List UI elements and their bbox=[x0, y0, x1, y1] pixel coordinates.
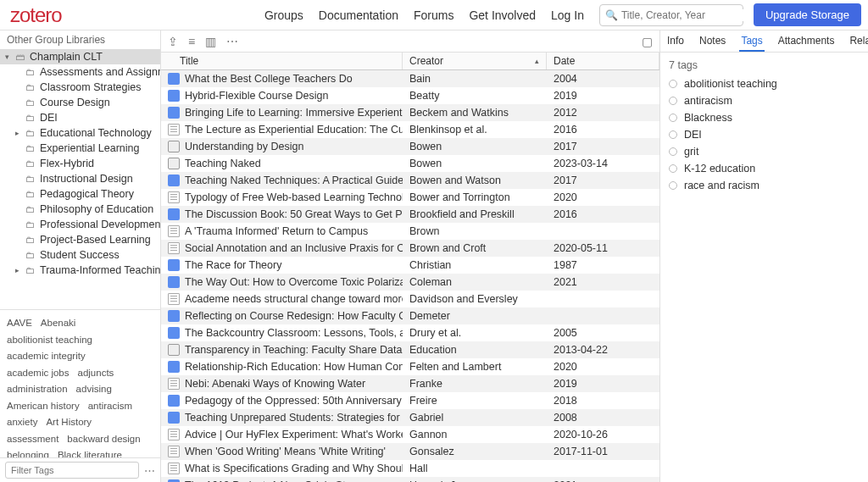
right-panel: InfoNotesTagsAttachmentsRelated 7 tags a… bbox=[660, 30, 868, 482]
tag-pool-item[interactable]: Black literature bbox=[58, 447, 122, 457]
column-title[interactable]: Title bbox=[161, 53, 403, 69]
topnav-link[interactable]: Log In bbox=[551, 8, 584, 22]
tag-pool-item[interactable]: anxiety bbox=[7, 414, 37, 431]
table-row[interactable]: The Backcountry Classroom: Lessons, Tool… bbox=[161, 324, 659, 341]
tag-pool-item[interactable]: antiracism bbox=[88, 398, 132, 415]
columns-icon[interactable]: ▥ bbox=[205, 35, 216, 48]
collection-item[interactable]: 🗀Flex-Hybrid bbox=[10, 156, 160, 171]
collection-item[interactable]: 🗀Classroom Strategies bbox=[10, 80, 160, 95]
tag-menu-icon[interactable]: ⋯ bbox=[144, 464, 155, 477]
chevron-right-icon[interactable]: ▸ bbox=[15, 266, 23, 274]
library-root[interactable]: ▾ 🗃 Champlain CLT bbox=[0, 49, 160, 64]
table-row[interactable]: Bringing Life to Learning: Immersive Exp… bbox=[161, 104, 659, 121]
item-tag[interactable]: grit bbox=[669, 146, 860, 158]
chevron-right-icon[interactable]: ▸ bbox=[15, 129, 23, 137]
column-date[interactable]: Date bbox=[547, 53, 659, 69]
collection-item[interactable]: 🗀Course Design bbox=[10, 95, 160, 110]
more-icon[interactable]: ⋯ bbox=[226, 35, 238, 48]
item-tag[interactable]: race and racism bbox=[669, 180, 860, 191]
right-tab[interactable]: Tags bbox=[739, 31, 764, 52]
tag-pool-item[interactable]: belonging bbox=[7, 447, 49, 457]
table-row[interactable]: When 'Good Writing' Means 'White Writing… bbox=[161, 443, 659, 460]
collection-item[interactable]: 🗀Project-Based Learning bbox=[10, 232, 160, 247]
right-tab[interactable]: Related bbox=[848, 31, 868, 52]
topnav-link[interactable]: Groups bbox=[264, 8, 303, 22]
item-date: 1987 bbox=[547, 258, 659, 272]
item-date: 2021 bbox=[547, 275, 659, 289]
item-tag[interactable]: DEI bbox=[669, 129, 860, 141]
item-creator: Brown bbox=[403, 224, 547, 238]
collection-item[interactable]: 🗀Student Success bbox=[10, 247, 160, 263]
tag-pool-item[interactable]: abolitionist teaching bbox=[7, 332, 92, 349]
item-title: The Lecture as Experiential Education: T… bbox=[185, 124, 403, 136]
table-row[interactable]: Typology of Free Web-based Learning Tech… bbox=[161, 189, 659, 206]
table-row[interactable]: Reflecting on Course Redesign: How Facul… bbox=[161, 307, 659, 324]
tag-pool-item[interactable]: American history bbox=[7, 398, 80, 415]
collection-item[interactable]: 🗀Experiential Learning bbox=[10, 141, 160, 156]
cite-icon[interactable]: ≡ bbox=[188, 35, 195, 48]
topnav-link[interactable]: Documentation bbox=[319, 8, 398, 22]
table-row[interactable]: Social Annotation and an Inclusive Praxi… bbox=[161, 240, 659, 257]
search-box[interactable]: 🔍 bbox=[599, 4, 743, 26]
table-row[interactable]: Relationship-Rich Education: How Human C… bbox=[161, 358, 659, 375]
collection-label: Professional Development bbox=[40, 219, 160, 230]
topnav-link[interactable]: Forums bbox=[414, 8, 453, 22]
tag-pool-item[interactable]: AAVE bbox=[7, 315, 32, 332]
chevron-down-icon[interactable]: ▾ bbox=[5, 53, 13, 61]
collection-item[interactable]: 🗀Philosophy of Education bbox=[10, 202, 160, 217]
table-row[interactable]: The Way Out: How to Overcome Toxic Polar… bbox=[161, 274, 659, 291]
tag-pool-item[interactable]: academic integrity bbox=[7, 348, 86, 365]
column-creator[interactable]: Creator ▴ bbox=[403, 53, 547, 69]
tag-pool-item[interactable]: backward design bbox=[67, 431, 140, 448]
table-row[interactable]: Pedagogy of the Oppressed: 50th Annivers… bbox=[161, 392, 659, 409]
item-date: 2005 bbox=[547, 326, 659, 340]
table-row[interactable]: What is Specifications Grading and Why S… bbox=[161, 460, 659, 477]
item-tag[interactable]: antiracism bbox=[669, 95, 860, 107]
table-row[interactable]: Teaching NakedBowen2023-03-14 bbox=[161, 155, 659, 172]
collection-item[interactable]: 🗀DEI bbox=[10, 110, 160, 125]
collection-item[interactable]: ▸🗀Educational Technology bbox=[10, 125, 160, 141]
table-row[interactable]: What the Best College Teachers DoBain200… bbox=[161, 70, 659, 87]
table-row[interactable]: Transparency in Teaching: Faculty Share … bbox=[161, 341, 659, 358]
table-row[interactable]: Teaching Unprepared Students: Strategies… bbox=[161, 409, 659, 426]
table-row[interactable]: A 'Trauma Informed' Return to CampusBrow… bbox=[161, 223, 659, 240]
right-tab[interactable]: Notes bbox=[698, 31, 727, 52]
right-tab[interactable]: Info bbox=[665, 31, 686, 52]
book-item-icon bbox=[168, 90, 180, 102]
table-row[interactable]: Understanding by DesignBowen2017 bbox=[161, 138, 659, 155]
table-row[interactable]: Nebi: Abenaki Ways of Knowing WaterFrank… bbox=[161, 375, 659, 392]
export-icon[interactable]: ⇪ bbox=[168, 35, 178, 48]
item-tag[interactable]: abolitionist teaching bbox=[669, 78, 860, 90]
table-row[interactable]: The Discussion Book: 50 Great Ways to Ge… bbox=[161, 206, 659, 223]
item-date: 2017 bbox=[547, 174, 659, 187]
collection-item[interactable]: 🗀Professional Development bbox=[10, 217, 160, 232]
table-row[interactable]: Academe needs structural change toward m… bbox=[161, 291, 659, 307]
tag-filter-input[interactable] bbox=[5, 462, 139, 479]
table-row[interactable]: Hybrid-Flexible Course DesignBeatty2019 bbox=[161, 87, 659, 104]
tag-pool-item[interactable]: academic jobs bbox=[7, 365, 70, 382]
collection-item[interactable]: 🗀Assessments and Assignments bbox=[10, 64, 160, 80]
table-row[interactable]: The Race for TheoryChristian1987 bbox=[161, 257, 659, 274]
tag-pool-item[interactable]: administration bbox=[7, 381, 68, 398]
layout-icon[interactable]: ▢ bbox=[642, 35, 653, 48]
tag-pool-item[interactable]: advising bbox=[76, 381, 112, 398]
table-row[interactable]: The 1619 Project: A New Origin StoryHann… bbox=[161, 477, 659, 482]
table-row[interactable]: Advice | Our HyFlex Experiment: What's W… bbox=[161, 426, 659, 443]
search-input[interactable] bbox=[621, 9, 748, 21]
table-row[interactable]: Teaching Naked Techniques: A Practical G… bbox=[161, 172, 659, 189]
table-row[interactable]: The Lecture as Experiential Education: T… bbox=[161, 121, 659, 138]
topnav-link[interactable]: Get Involved bbox=[469, 8, 536, 22]
right-tab[interactable]: Attachments bbox=[776, 31, 837, 52]
item-title: Teaching Unprepared Students: Strategies… bbox=[185, 412, 403, 424]
tag-pool-item[interactable]: assessment bbox=[7, 431, 58, 448]
collection-item[interactable]: 🗀Pedagogical Theory bbox=[10, 186, 160, 202]
collection-item[interactable]: ▸🗀Trauma-Informed Teaching bbox=[10, 263, 160, 278]
tag-pool-item[interactable]: Abenaki bbox=[41, 315, 76, 332]
upgrade-storage-button[interactable]: Upgrade Storage bbox=[754, 3, 861, 26]
web-item-icon bbox=[168, 344, 180, 356]
collection-item[interactable]: 🗀Instructional Design bbox=[10, 171, 160, 186]
item-tag[interactable]: K-12 education bbox=[669, 163, 860, 175]
tag-pool-item[interactable]: adjuncts bbox=[78, 365, 114, 382]
tag-pool-item[interactable]: Art History bbox=[46, 414, 92, 431]
item-tag[interactable]: Blackness bbox=[669, 112, 860, 124]
